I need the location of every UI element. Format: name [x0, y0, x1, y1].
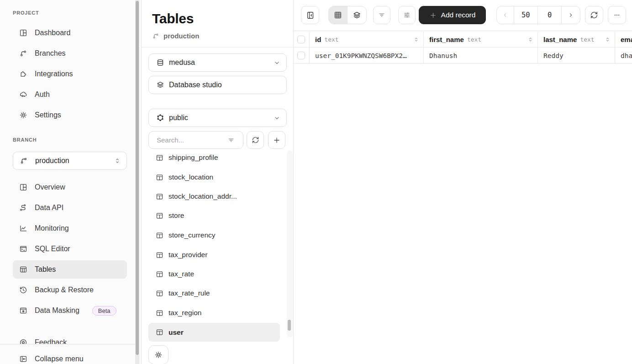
add-record-button[interactable]: Add record [419, 6, 486, 24]
adjustments-button[interactable] [398, 6, 416, 24]
search-input[interactable] [156, 136, 226, 144]
sidebar-item-monitoring[interactable]: Monitoring [13, 219, 127, 237]
database-studio-button[interactable]: Database studio [148, 76, 287, 94]
sidebar-item-settings[interactable]: Settings [13, 106, 127, 124]
table-list-item[interactable]: tax_provider [148, 248, 280, 262]
pagination: 50 0 [496, 6, 580, 24]
sidebar-item-label: Integrations [35, 70, 73, 78]
app-window: PROJECT Dashboard Branches Integrations … [0, 0, 632, 364]
panel-settings-button[interactable] [148, 345, 169, 364]
filter-icon [378, 11, 386, 19]
dashboard-icon [19, 183, 27, 191]
sort-icon[interactable] [413, 37, 419, 42]
sidebar-item-data-masking[interactable]: Data Masking Beta [13, 301, 127, 320]
table-list-item[interactable]: stock_location [148, 170, 280, 185]
table-list-item[interactable]: store_currency [148, 228, 280, 243]
sort-icon[interactable] [605, 37, 611, 42]
page-size-field[interactable]: 50 [514, 6, 537, 24]
table-list-item[interactable]: store [148, 208, 280, 223]
sidebar-item-branches[interactable]: Branches [13, 44, 127, 63]
filter-icon [227, 136, 235, 144]
history-icon [19, 286, 27, 294]
select-all-cell [294, 32, 310, 47]
column-name: ema [621, 36, 632, 43]
sidebar-item-tables[interactable]: Tables [13, 260, 127, 279]
collapse-menu-button[interactable]: Collapse menu [13, 350, 127, 364]
gear-icon [19, 111, 27, 119]
dashboard-icon [19, 29, 27, 37]
cell-email[interactable]: dha [615, 47, 632, 63]
column-header-last-name[interactable]: last_name text [538, 32, 615, 47]
refresh-grid-button[interactable] [585, 6, 603, 24]
sidebar-item-label: SQL Editor [35, 245, 70, 253]
sidebar-item-label: Settings [35, 111, 61, 119]
table-icon [156, 270, 163, 278]
schema-selector[interactable]: public [148, 109, 287, 127]
table-list-item[interactable]: tax_rate [148, 267, 280, 281]
cell-value: dha [621, 52, 632, 59]
sidebar-item-backup-restore[interactable]: Backup & Restore [13, 281, 127, 299]
sidebar-item-label: Overview [35, 183, 65, 191]
table-name: store_currency [169, 231, 216, 239]
table-list-scrollbar-thumb[interactable] [288, 320, 291, 331]
table-icon [156, 154, 163, 162]
row-checkbox[interactable] [297, 52, 305, 59]
column-type: text [324, 36, 338, 43]
column-header-first-name[interactable]: first_name text [424, 32, 538, 47]
table-list-item[interactable]: tax_region [148, 306, 280, 320]
table-icon [156, 309, 163, 317]
sidebar-bottom-bar: Collapse menu [0, 344, 135, 364]
sidebar-item-sql-editor[interactable]: SQL Editor [13, 240, 127, 258]
route-icon [19, 204, 27, 212]
table-icon [156, 193, 163, 200]
table-name: tax_rate_rule [169, 289, 210, 297]
sidebar-item-overview[interactable]: Overview [13, 178, 127, 196]
table-list-scrollbar-track[interactable] [287, 151, 293, 337]
more-options-button[interactable] [608, 6, 626, 24]
add-table-button[interactable] [268, 131, 285, 149]
sort-icon[interactable] [527, 37, 533, 42]
table-list-item[interactable]: tax_rate_rule [148, 286, 280, 301]
sidebar-scrollbar-thumb[interactable] [136, 1, 139, 355]
table-name: tax_provider [169, 251, 207, 259]
table-list-item-selected[interactable]: user [148, 323, 280, 342]
terminal-icon [19, 245, 27, 253]
cell-value: Dhanush [429, 52, 457, 59]
chevron-right-icon [567, 11, 574, 19]
sidebar-item-label: Data Masking [35, 306, 79, 315]
prev-page-button[interactable] [497, 6, 514, 24]
table-name: store [169, 211, 184, 220]
cell-id[interactable]: user_01K9PKWNZQSW6BPX2… [310, 47, 424, 63]
collapse-panel-button[interactable] [301, 6, 319, 24]
collapse-panel-icon [19, 355, 27, 363]
grid-view-button[interactable] [329, 6, 348, 24]
refresh-icon [252, 136, 259, 144]
cell-last-name[interactable]: Reddy [538, 47, 615, 63]
sidebar-item-auth[interactable]: Auth [13, 85, 127, 104]
grid-data-row[interactable]: user_01K9PKWNZQSW6BPX2… Dhanush Reddy dh… [294, 47, 632, 63]
next-page-button[interactable] [561, 6, 580, 24]
database-selector[interactable]: medusa [148, 53, 287, 72]
select-all-checkbox[interactable] [297, 36, 305, 43]
branch-selector[interactable]: production [13, 152, 127, 170]
column-header-id[interactable]: id text [310, 32, 424, 47]
table-list-item[interactable]: stock_location_addr... [148, 189, 280, 204]
layers-view-button[interactable] [348, 6, 366, 24]
grid-toolbar: Add record 50 0 [294, 0, 632, 31]
branch-section-label: BRANCH [13, 137, 37, 142]
sidebar-item-integrations[interactable]: Integrations [13, 65, 127, 83]
sidebar-item-dashboard[interactable]: Dashboard [13, 24, 127, 42]
database-icon [156, 58, 164, 67]
column-header-email[interactable]: ema [615, 32, 632, 47]
sidebar-item-data-api[interactable]: Data API [13, 199, 127, 217]
tables-panel: Tables production medusa Database studio… [142, 0, 294, 364]
page-offset-field[interactable]: 0 [537, 6, 561, 24]
cell-first-name[interactable]: Dhanush [424, 47, 538, 63]
filter-button[interactable] [373, 6, 390, 24]
refresh-tables-button[interactable] [247, 131, 264, 149]
row-select-cell [294, 47, 310, 63]
table-list-item[interactable]: shipping_profile [148, 150, 280, 165]
collapse-menu-label: Collapse menu [35, 355, 84, 363]
page-title: Tables [152, 11, 194, 26]
table-icon [156, 251, 163, 259]
